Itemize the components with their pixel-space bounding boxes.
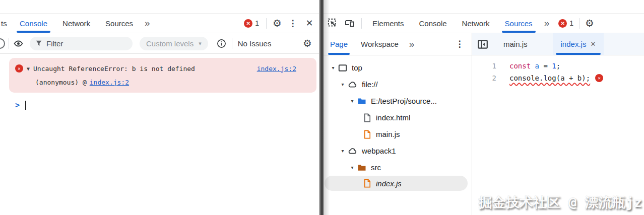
tab-console[interactable]: Console (12, 14, 55, 33)
tab-console[interactable]: Console (412, 14, 455, 33)
console-toolbar: Filter Custom levels ▾ No Issues ⚙ (0, 33, 319, 54)
error-circle-icon: ✕ (15, 64, 23, 73)
file-navigator-tree: ▾ top ▾ file:// ▾ E:/testProj/source... (324, 55, 472, 215)
chevron-down-icon: ▾ (199, 40, 202, 47)
tree-item-index-html[interactable]: index.html (324, 109, 472, 126)
clear-console-icon-truncated[interactable] (0, 38, 5, 49)
panel-toggle-icon-svg (477, 39, 488, 50)
document-icon-gray (363, 113, 371, 122)
tree-label: index.html (376, 113, 410, 122)
left-window-top-spacer (0, 0, 319, 14)
tree-label: main.js (376, 130, 400, 138)
error-source-link[interactable]: index.js:2 (257, 65, 296, 73)
tree-label: src (371, 163, 381, 172)
code-text: const a = 1; (509, 62, 560, 70)
divider (266, 18, 267, 29)
expand-arrow-icon[interactable]: ▾ (330, 65, 337, 70)
number-token: 1 (552, 62, 556, 70)
cloud-icon (348, 80, 357, 89)
navigator-subtabs: Page Workspace » ⋮ (324, 33, 472, 55)
divider (579, 18, 580, 29)
kebab-menu-icon[interactable]: ⋮ (289, 18, 297, 29)
code-editor[interactable]: 1 const a = 1; 2 console.log(a + b); ✕ 掘… (472, 55, 644, 215)
tree-item-src[interactable]: ▾ src (324, 159, 472, 176)
folder-icon-blue (357, 97, 366, 105)
log-levels-dropdown[interactable]: Custom levels ▾ (140, 37, 208, 50)
console-settings-gear-icon[interactable]: ⚙ (303, 38, 312, 48)
tree-item-folder-e[interactable]: ▾ E:/testProj/source... (324, 93, 472, 109)
tree-label: index.js (376, 179, 402, 188)
code-text-error: console.log(a + b); (509, 74, 590, 82)
error-line-1: ✕ ▼ Uncaught ReferenceError: b is not de… (15, 61, 310, 76)
line-number: 2 (472, 74, 496, 82)
expand-arrow-icon[interactable]: ▾ (349, 165, 356, 170)
error-circle-icon: ✕ (558, 19, 567, 28)
expand-arrow-icon[interactable]: ▾ (349, 98, 356, 104)
cloud-icon (348, 147, 357, 155)
eye-icon-svg (13, 38, 24, 49)
info-icon[interactable] (217, 39, 226, 48)
tree-item-file-scheme[interactable]: ▾ file:// (324, 76, 472, 93)
right-main-tabbar: Elements Console Network Sources » ✕ 1 ⚙ (324, 14, 644, 33)
more-tabs-icon[interactable]: » (141, 18, 153, 29)
tab-sources[interactable]: Sources (98, 14, 141, 33)
editor-tab-index-js[interactable]: index.js ✕ (553, 33, 604, 55)
left-main-tabbar: ts Console Network Sources » ✕ 1 ⚙ ⋮ ✕ (0, 14, 319, 33)
tab-sources[interactable]: Sources (497, 14, 540, 33)
filter-placeholder: Filter (46, 39, 63, 48)
subtab-workspace[interactable]: Workspace (354, 33, 405, 55)
divider (361, 18, 362, 29)
error-count-badge[interactable]: ✕ 1 (558, 19, 573, 28)
error-count-badge[interactable]: ✕ 1 (244, 19, 259, 28)
semicolon-token: ; (556, 62, 560, 70)
close-tab-icon[interactable]: ✕ (590, 40, 596, 48)
settings-gear-icon[interactable]: ⚙ (585, 18, 594, 28)
tree-item-index-js-selected[interactable]: index.js (325, 176, 468, 191)
expand-arrow-icon[interactable]: ▾ (339, 148, 346, 154)
line-number: 1 (472, 62, 496, 70)
divider (232, 38, 232, 49)
error-message-text: Uncaught ReferenceError: b is not define… (33, 65, 253, 73)
tab-elements[interactable]: Elements (365, 14, 412, 33)
console-error-message: ✕ ▼ Uncaught ReferenceError: b is not de… (9, 58, 316, 93)
inspect-element-icon[interactable] (328, 18, 338, 29)
console-prompt[interactable]: > (0, 101, 319, 110)
tree-item-top[interactable]: ▾ top (324, 59, 472, 76)
error-stack-line: (anonymous) @ index.js:2 (15, 76, 310, 89)
watermark-text: 掘金技术社区 @ 漂流瓶jz (479, 193, 642, 211)
more-tabs-icon[interactable]: » (540, 18, 553, 29)
tab-elements-truncated[interactable]: ts (0, 19, 12, 28)
left-devtools-window: ts Console Network Sources » ✕ 1 ⚙ ⋮ ✕ F… (0, 0, 319, 215)
frame-icon (338, 63, 347, 73)
close-devtools-icon[interactable]: ✕ (304, 18, 315, 29)
tab-network[interactable]: Network (55, 14, 98, 33)
more-subtabs-icon[interactable]: » (405, 39, 418, 50)
space-token (531, 62, 535, 70)
tree-item-main-js[interactable]: main.js (324, 126, 472, 142)
document-icon-orange (363, 179, 371, 188)
collapse-triangle-icon[interactable]: ▼ (27, 66, 30, 71)
expand-arrow-icon[interactable]: ▾ (339, 82, 346, 87)
toggle-navigator-panel-icon[interactable] (477, 39, 488, 50)
navigator-kebab-menu-icon[interactable]: ⋮ (456, 39, 464, 49)
right-devtools-window: Elements Console Network Sources » ✕ 1 ⚙… (324, 0, 644, 215)
document-icon-orange (363, 130, 371, 139)
settings-gear-icon[interactable]: ⚙ (273, 18, 282, 28)
device-toolbar-icon[interactable] (344, 18, 355, 28)
editor-tab-main-js[interactable]: main.js (495, 33, 536, 55)
tree-label: webpack1 (362, 147, 396, 155)
stack-caller-text: (anonymous) @ (35, 79, 87, 86)
filter-funnel-icon (35, 40, 42, 47)
tab-network[interactable]: Network (455, 14, 497, 33)
tree-item-webpack[interactable]: ▾ webpack1 (324, 142, 472, 159)
inline-error-icon[interactable]: ✕ (595, 74, 603, 82)
sources-content: ▾ top ▾ file:// ▾ E:/testProj/source... (324, 55, 644, 215)
device-toolbar-icon-svg (344, 18, 355, 28)
filter-input[interactable]: Filter (30, 37, 133, 50)
no-issues-label[interactable]: No Issues (238, 39, 272, 48)
subtab-page[interactable]: Page (324, 33, 354, 55)
text-caret (25, 101, 26, 110)
eye-icon[interactable] (13, 38, 24, 49)
folder-icon-orange (357, 164, 366, 172)
stack-source-link[interactable]: index.js:2 (90, 79, 129, 86)
